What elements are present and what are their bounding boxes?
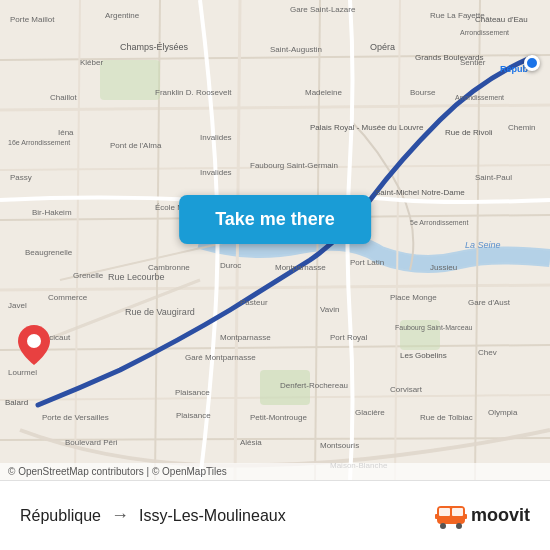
svg-text:Champs-Élysées: Champs-Élysées: [120, 42, 189, 52]
svg-text:Kléber: Kléber: [80, 58, 103, 67]
svg-text:Rue de Vaugirard: Rue de Vaugirard: [125, 307, 195, 317]
svg-text:Commerce: Commerce: [48, 293, 88, 302]
svg-text:5e Arrondissement: 5e Arrondissement: [410, 219, 468, 226]
svg-text:Invalides: Invalides: [200, 133, 232, 142]
svg-text:Alésia: Alésia: [240, 438, 262, 447]
map-container: Porte Maillot Argentine Gare Saint-Lazar…: [0, 0, 550, 480]
svg-text:Faubourg Saint-Germain: Faubourg Saint-Germain: [250, 161, 338, 170]
svg-text:Palais Royal - Musée du Louvre: Palais Royal - Musée du Louvre: [310, 123, 424, 132]
svg-text:Chaillot: Chaillot: [50, 93, 77, 102]
svg-rect-98: [464, 514, 467, 519]
svg-text:Jussieu: Jussieu: [430, 263, 457, 272]
svg-text:Invalides: Invalides: [200, 168, 232, 177]
moovit-text: moovit: [471, 505, 530, 526]
svg-text:Faubourg Saint-Marceau: Faubourg Saint-Marceau: [395, 324, 473, 332]
svg-text:Arrondissement: Arrondissement: [455, 94, 504, 101]
svg-text:Madeleine: Madeleine: [305, 88, 342, 97]
route-arrow-icon: →: [111, 505, 129, 526]
svg-text:Montsouris: Montsouris: [320, 441, 359, 450]
svg-text:Rue de Tolbiac: Rue de Tolbiac: [420, 413, 473, 422]
svg-text:Beaugrenelle: Beaugrenelle: [25, 248, 73, 257]
svg-text:Grenelle: Grenelle: [73, 271, 104, 280]
svg-text:Balard: Balard: [5, 398, 28, 407]
origin-pin: [524, 55, 540, 71]
copyright-text: © OpenStreetMap contributors | © OpenMap…: [8, 466, 227, 477]
svg-point-95: [440, 523, 446, 529]
svg-text:Duroc: Duroc: [220, 261, 241, 270]
svg-text:Denfert-Rochereau: Denfert-Rochereau: [280, 381, 348, 390]
bottom-bar: République → Issy-Les-Moulineaux moovit: [0, 480, 550, 550]
svg-text:Gare Saint-Lazare: Gare Saint-Lazare: [290, 5, 356, 14]
svg-text:Garé Montparnasse: Garé Montparnasse: [185, 353, 256, 362]
svg-text:Château d'Eau: Château d'Eau: [475, 15, 528, 24]
svg-text:Sentier: Sentier: [460, 58, 486, 67]
origin-city: République: [20, 507, 101, 525]
svg-text:Bir-Hakeim: Bir-Hakeim: [32, 208, 72, 217]
svg-text:16e Arrondissement: 16e Arrondissement: [8, 139, 70, 146]
svg-text:Porte Maillot: Porte Maillot: [10, 15, 55, 24]
svg-text:Argentine: Argentine: [105, 11, 140, 20]
svg-text:Saint-Michel Notre-Dame: Saint-Michel Notre-Dame: [375, 188, 465, 197]
svg-text:Bourse: Bourse: [410, 88, 436, 97]
moovit-bus-icon: [435, 502, 467, 530]
svg-text:Gare d'Aust: Gare d'Aust: [468, 298, 511, 307]
svg-text:Plaisance: Plaisance: [175, 388, 210, 397]
route-info: République → Issy-Les-Moulineaux: [20, 505, 435, 526]
svg-text:Glacière: Glacière: [355, 408, 385, 417]
svg-rect-93: [439, 508, 450, 516]
svg-text:Lourmel: Lourmel: [8, 368, 37, 377]
moovit-logo: moovit: [435, 502, 530, 530]
svg-rect-19: [100, 60, 160, 100]
svg-text:La Seine: La Seine: [465, 240, 501, 250]
svg-text:Passy: Passy: [10, 173, 32, 182]
svg-text:Olympia: Olympia: [488, 408, 518, 417]
svg-text:Javel: Javel: [8, 301, 27, 310]
svg-rect-94: [452, 508, 463, 516]
svg-text:Saint-Paul: Saint-Paul: [475, 173, 512, 182]
svg-text:Rue de Rivoli: Rue de Rivoli: [445, 128, 493, 137]
svg-text:Montparnasse: Montparnasse: [220, 333, 271, 342]
svg-point-96: [456, 523, 462, 529]
svg-text:Porte de Versailles: Porte de Versailles: [42, 413, 109, 422]
svg-text:Boulevard Péri: Boulevard Péri: [65, 438, 118, 447]
svg-text:Arrondissement: Arrondissement: [460, 29, 509, 36]
svg-text:Montparnasse: Montparnasse: [275, 263, 326, 272]
svg-text:Petit-Montrouge: Petit-Montrouge: [250, 413, 307, 422]
svg-text:Place Monge: Place Monge: [390, 293, 437, 302]
svg-text:Pont de l'Alma: Pont de l'Alma: [110, 141, 162, 150]
svg-text:Iéna: Iéna: [58, 128, 74, 137]
svg-text:Cambronne: Cambronne: [148, 263, 190, 272]
destination-pin: [18, 325, 50, 365]
svg-text:Chemin: Chemin: [508, 123, 536, 132]
svg-text:Port Royal: Port Royal: [330, 333, 368, 342]
svg-text:Corvisart: Corvisart: [390, 385, 423, 394]
svg-text:Saint-Augustin: Saint-Augustin: [270, 45, 322, 54]
copyright-bar: © OpenStreetMap contributors | © OpenMap…: [0, 463, 550, 480]
destination-city: Issy-Les-Moulineaux: [139, 507, 286, 525]
take-me-there-button[interactable]: Take me there: [179, 195, 371, 244]
svg-text:Vavin: Vavin: [320, 305, 339, 314]
svg-text:Opéra: Opéra: [370, 42, 395, 52]
svg-text:Port Latin: Port Latin: [350, 258, 384, 267]
svg-rect-97: [435, 514, 438, 519]
svg-text:Les Gobelins: Les Gobelins: [400, 351, 447, 360]
svg-text:Chev: Chev: [478, 348, 497, 357]
svg-point-91: [27, 334, 41, 348]
svg-text:Rue Lecourbe: Rue Lecourbe: [108, 272, 165, 282]
svg-text:Plaisance: Plaisance: [176, 411, 211, 420]
svg-text:Pasteur: Pasteur: [240, 298, 268, 307]
svg-text:Franklin D. Roosevelt: Franklin D. Roosevelt: [155, 88, 232, 97]
